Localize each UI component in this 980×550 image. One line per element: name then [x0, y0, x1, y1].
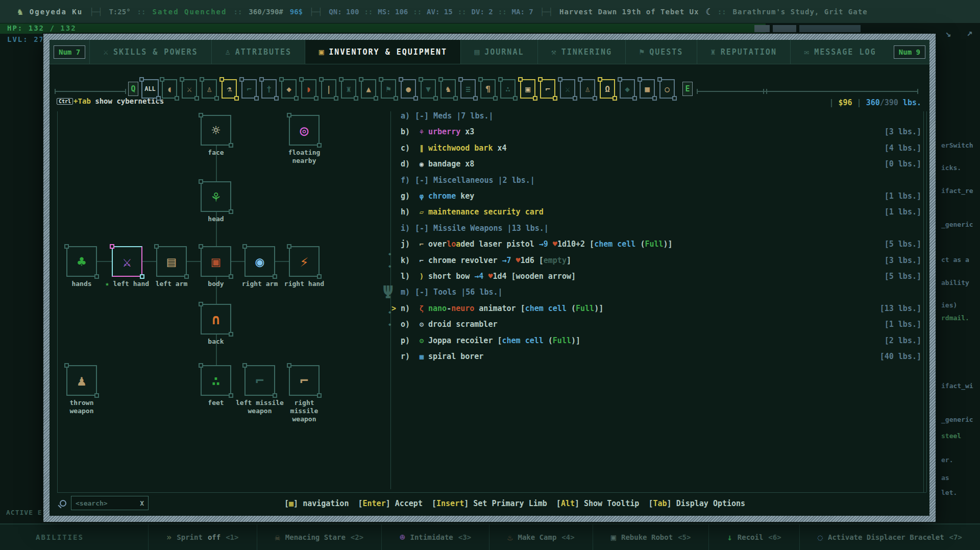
filter-tools[interactable]: Ω [600, 79, 615, 99]
filter-filter-26[interactable]: ○ [659, 79, 675, 99]
tab-quests[interactable]: ⚑QUESTS [625, 40, 696, 64]
ability-recoil[interactable]: ↓Recoil<6> [708, 524, 799, 550]
filter-filter-18[interactable]: ∴ [500, 79, 516, 99]
resize-se-icon[interactable]: ↘ [945, 28, 951, 39]
slot-head[interactable]: ⚘ [201, 181, 231, 212]
inventory-item-row[interactable]: b)⚘urberry x3[3 lbs.] [401, 125, 921, 138]
slot-back[interactable]: ∩ [201, 304, 231, 334]
slot-thrown-weapon[interactable]: ♟ [66, 365, 97, 396]
inventory-item-row[interactable]: h)▱maintenance security card[1 lbs.] [401, 205, 921, 219]
inventory-category-row[interactable]: m)[-] Tools |56 lbs.| [401, 285, 921, 299]
inventory-item-row[interactable]: >n)ζnano-neuro animator [chem cell (Full… [401, 302, 921, 315]
slot-right-hand[interactable]: ⚡ [289, 246, 320, 277]
inventory-category-row[interactable]: f)[-] Miscellaneous |2 lbs.| [401, 174, 921, 187]
tab-message-log[interactable]: ✉MESSAGE LOG [790, 40, 890, 64]
tab-reputation[interactable]: ♜REPUTATION [697, 40, 791, 64]
filter-scroll-left-key[interactable]: Q [128, 82, 138, 96]
slot-face[interactable]: ☼ [201, 115, 231, 146]
tab-inventory-equipment[interactable]: ▣INVENTORY & EQUIPMENT [305, 40, 460, 64]
ability-rebuke-robot[interactable]: ▣Rebuke Robot<5> [593, 524, 709, 550]
prev-tab-key[interactable]: Num 7 [54, 45, 85, 59]
search-box: X [71, 496, 149, 510]
inventory-item-row[interactable]: d)◉bandage x8[0 lbs.] [401, 157, 921, 171]
tab-skills-powers[interactable]: ⚔SKILLS & POWERS [89, 40, 211, 64]
ability-activate-displacer-bracelet[interactable]: ◌Activate Displacer Bracelet<7> [799, 524, 980, 550]
filter-filter-13[interactable]: ● [401, 79, 416, 99]
search-input[interactable] [76, 499, 140, 507]
category-header-text: [-] Tools |56 lbs.| [415, 288, 503, 297]
inventory-item-row[interactable]: g)φchrome key[1 lbs.] [401, 189, 921, 203]
filter-filter-6[interactable]: † [261, 79, 277, 99]
ability-hotkey: <7> [949, 533, 962, 541]
spiral-borer-icon: ▦ [415, 350, 428, 363]
filter-filter-14[interactable]: ▼ [421, 79, 436, 99]
filter-missile-weapons[interactable]: ⌐ [540, 79, 555, 99]
location: Barathrum's Study, Grit Gate [733, 8, 868, 16]
slot-right-missile-weapon[interactable]: ⌐ [289, 365, 320, 396]
tab-tinkering[interactable]: ⚒TINKERING [537, 40, 626, 64]
filter-all[interactable]: ALL [141, 79, 159, 99]
filter-11-icon: ▲ [366, 84, 371, 94]
inventory-item-row[interactable]: k)⌐chrome revolver →7 ♥1d6 [empty][3 lbs… [401, 254, 921, 267]
search-clear-button[interactable]: X [140, 499, 144, 507]
slot-label-head: head [191, 215, 240, 223]
filter-filter-15[interactable]: ♞ [440, 79, 456, 99]
slot-body[interactable]: ▣ [201, 246, 231, 277]
filter-filter-16[interactable]: ≡ [460, 79, 476, 99]
background-text-fragment: _generic [941, 416, 973, 423]
inventory-item-row[interactable]: j)⌐overloaded laser pistol →9 ♥1d10+2 [c… [401, 237, 921, 251]
inventory-item-row[interactable]: p)⚙Joppa recoiler [chem cell (Full)][2 l… [401, 334, 921, 347]
filter-filter-7[interactable]: ◆ [281, 79, 297, 99]
ability-make-camp[interactable]: ♨Make Camp<4> [489, 524, 593, 550]
slot-label-body: body [191, 280, 240, 288]
filter-filter-8[interactable]: ◗ [301, 79, 316, 99]
filter-filter-22[interactable]: ♙ [580, 79, 595, 99]
tab-label: TINKERING [561, 47, 612, 57]
inventory-category-row[interactable]: i)[-] Missile Weapons |13 lbs.| [401, 222, 921, 235]
filter-filter-3[interactable]: ♙ [202, 79, 217, 99]
filter-meds[interactable]: ⚗ [222, 79, 237, 99]
filter-filter-10[interactable]: ♜ [341, 79, 356, 99]
tab-label: ATTRIBUTES [235, 47, 291, 57]
ability-name: Menacing Stare [285, 533, 346, 541]
row-hotkey: g) [401, 189, 415, 203]
slot-feet[interactable]: ∴ [201, 365, 231, 396]
filter-filter-21[interactable]: ⚔ [560, 79, 575, 99]
resize-ne-icon[interactable]: ↗ [967, 27, 972, 38]
filter-filter-9[interactable]: ∣ [321, 79, 336, 99]
ability-intimidate[interactable]: ☻Intimidate<3> [381, 524, 489, 550]
separator-dots: :: [458, 8, 467, 16]
tab-attributes[interactable]: ♙ATTRIBUTES [211, 40, 305, 64]
item-text-segment: maintenance security card [428, 207, 544, 217]
filter-filter-24[interactable]: ◆ [620, 79, 635, 99]
right-missile-weapon-item-icon: ⌐ [300, 372, 309, 389]
filter-filter-11[interactable]: ▲ [361, 79, 376, 99]
next-tab-key[interactable]: Num 9 [894, 45, 925, 59]
row-hotkey: m) [401, 285, 415, 299]
ability-menacing-stare[interactable]: ☠Menacing Stare<2> [257, 524, 382, 550]
filter-filter-17[interactable]: ¶ [480, 79, 496, 99]
slot-label-text: left hand [113, 280, 149, 288]
filter-filter-1[interactable]: ◖ [162, 79, 177, 99]
slot-left-missile-weapon[interactable]: ⌐ [244, 365, 275, 396]
item-text-segment: ] [567, 256, 571, 265]
filter-filter-25[interactable]: ■ [640, 79, 655, 99]
filter-miscellaneous[interactable]: ▣ [520, 79, 535, 99]
ability-sprint[interactable]: »Sprintoff<1> [148, 524, 257, 550]
item-text-segment: x4 [493, 144, 506, 153]
filter-filter-2[interactable]: ⚔ [182, 79, 197, 99]
slot-right-arm[interactable]: ◉ [244, 246, 275, 277]
tab-journal[interactable]: ▤JOURNAL [460, 40, 537, 64]
inventory-category-row[interactable]: a)[-] Meds |7 lbs.| [401, 109, 921, 123]
slot-left-hand[interactable]: ⚔ [112, 246, 142, 277]
slot-left-arm[interactable]: ▤ [156, 246, 187, 277]
filter-filter-12[interactable]: ⚑ [381, 79, 396, 99]
filter-scroll-right-key[interactable]: E [682, 82, 693, 96]
inventory-item-row[interactable]: r)▦spiral borer[40 lbs.] [401, 350, 921, 363]
inventory-item-row[interactable]: c)∥witchwood bark x4[4 lbs.] [401, 141, 921, 155]
slot-hands[interactable]: ♣ [66, 246, 97, 277]
inventory-item-row[interactable]: l))short bow →4 ♥1d4 [wooden arrow][5 lb… [401, 270, 921, 283]
filter-filter-5[interactable]: ⌐ [241, 79, 257, 99]
inventory-item-row[interactable]: o)⚙droid scrambler[1 lbs.] [401, 318, 921, 331]
slot-floating-nearby[interactable]: ◎ [289, 115, 320, 146]
